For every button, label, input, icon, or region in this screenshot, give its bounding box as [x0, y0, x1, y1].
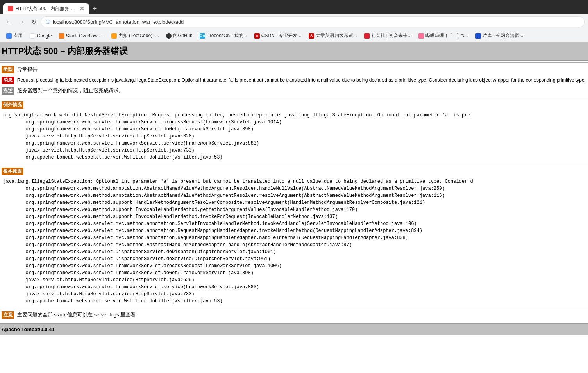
section-divider-1	[0, 98, 588, 98]
address-bar[interactable]: ⓘ localhost:8080/SpringMVC_annotation_wa…	[41, 16, 585, 27]
active-tab[interactable]: HTTP状态 500 - 内部服务器错误 ✕	[3, 3, 89, 14]
page-footer: Apache Tomcat/9.0.41	[0, 323, 588, 335]
back-button[interactable]: ←	[3, 16, 14, 27]
type-value: 异常报告	[17, 66, 38, 72]
description-value: 服务器遇到一个意外的情况，阻止它完成请求。	[17, 87, 124, 93]
lib-icon	[475, 33, 481, 39]
bookmark-processon-label: ProcessOn - 我的...	[207, 32, 247, 39]
tab-bar: HTTP状态 500 - 内部服务器错误 ✕ +	[0, 0, 588, 14]
note-value: 主要问题的全部 stack 信息可以在 server logs 里查看	[17, 312, 136, 318]
bookmark-apps-label: 应用	[13, 32, 23, 39]
github-icon	[166, 33, 172, 39]
new-tab-button[interactable]: +	[89, 3, 100, 14]
message-label: 消息	[2, 77, 14, 84]
google-icon	[30, 33, 35, 39]
bookmark-cet-label: 大学英语四级考试...	[316, 32, 357, 39]
description-section: 描述 服务器遇到一个意外的情况，阻止它完成请求。	[0, 86, 588, 96]
bookmark-github-label: 的GitHub	[173, 32, 192, 39]
so-icon	[59, 33, 64, 39]
http-status-title: HTTP状态 500 – 内部服务器错误	[2, 45, 586, 57]
page-content: HTTP状态 500 – 内部服务器错误 类型 异常报告 消息 Request …	[0, 42, 588, 335]
bookmark-github[interactable]: 的GitHub	[163, 32, 195, 40]
root-cause-stack: java.lang.IllegalStateException: Optiona…	[0, 177, 588, 306]
csdn-icon: C	[254, 33, 260, 39]
section-divider-2	[0, 164, 588, 164]
cet-icon: 大	[309, 33, 314, 39]
tab-title: HTTP状态 500 - 内部服务器错误	[16, 5, 77, 12]
type-section: 类型 异常报告	[0, 64, 588, 75]
description-label: 描述	[2, 87, 14, 95]
bookmark-so-label: Stack Overflow -...	[66, 33, 104, 39]
bookmark-lib-label: 片库 - 全网高清影...	[483, 32, 524, 39]
bookmark-processon[interactable]: On ProcessOn - 我的...	[197, 32, 250, 40]
section-divider-3	[0, 308, 588, 308]
header-divider	[0, 62, 588, 63]
bookmark-lib[interactable]: 片库 - 全网高清影...	[472, 32, 527, 40]
bookmark-leetcode[interactable]: 力扣 (LeetCode) -...	[108, 32, 163, 40]
leetcode-icon	[111, 33, 117, 39]
bookmark-csdn[interactable]: C CSDN - 专业开发...	[251, 32, 305, 40]
bookmark-apps[interactable]: 应用	[3, 32, 26, 40]
browser-chrome: HTTP状态 500 - 内部服务器错误 ✕ + ← → ↻ ⓘ localho…	[0, 0, 588, 42]
bookmarks-bar: 应用 Google Stack Overflow -... 力扣 (LeetCo…	[0, 30, 588, 42]
tab-favicon	[8, 6, 13, 11]
bookmark-csdn-label: CSDN - 专业开发...	[261, 32, 302, 39]
type-label: 类型	[2, 66, 14, 73]
bookmark-leetcode-label: 力扣 (LeetCode) -...	[118, 32, 159, 39]
processon-icon: On	[200, 33, 205, 39]
bookmark-cet[interactable]: 大 大学英语四级考试...	[306, 32, 360, 40]
message-value: Request processing failed; nested except…	[17, 77, 586, 83]
address-lock-icon: ⓘ	[46, 19, 50, 25]
bookmark-google[interactable]: Google	[27, 32, 55, 39]
bookmark-music-label: 初音社 | 初音未来...	[371, 32, 412, 39]
reload-button[interactable]: ↻	[28, 16, 39, 27]
exception-label: 例外情况	[2, 101, 23, 109]
forward-button[interactable]: →	[16, 16, 27, 27]
bookmark-bilibili-label: 哔哩哔哩 (゜-゜)つ...	[425, 32, 468, 39]
address-text: localhost:8080/SpringMVC_annotation_war_…	[53, 19, 580, 25]
note-label: 注意	[2, 311, 14, 319]
nav-bar: ← → ↻ ⓘ localhost:8080/SpringMVC_annotat…	[0, 14, 588, 30]
root-cause-label: 根本原因	[2, 168, 23, 175]
bookmark-music[interactable]: 初音社 | 初音未来...	[361, 32, 415, 40]
http-status-header: HTTP状态 500 – 内部服务器错误	[0, 42, 588, 61]
note-section: 注意 主要问题的全部 stack 信息可以在 server logs 里查看	[0, 310, 588, 320]
bookmark-so[interactable]: Stack Overflow -...	[56, 32, 107, 39]
bookmark-google-label: Google	[37, 33, 52, 39]
music-icon	[364, 33, 370, 39]
exception-stack: org.springframework.web.util.NestedServl…	[0, 110, 588, 162]
message-section: 消息 Request processing failed; nested exc…	[0, 75, 588, 86]
bookmark-bilibili[interactable]: 哔哩哔哩 (゜-゜)つ...	[415, 32, 471, 40]
tab-close-button[interactable]: ✕	[80, 5, 84, 12]
footer-text: Apache Tomcat/9.0.41	[2, 327, 55, 332]
bilibili-icon	[418, 33, 424, 39]
apps-icon	[6, 33, 12, 39]
root-cause-title: 根本原因	[0, 166, 588, 177]
exception-title: 例外情况	[0, 100, 588, 110]
